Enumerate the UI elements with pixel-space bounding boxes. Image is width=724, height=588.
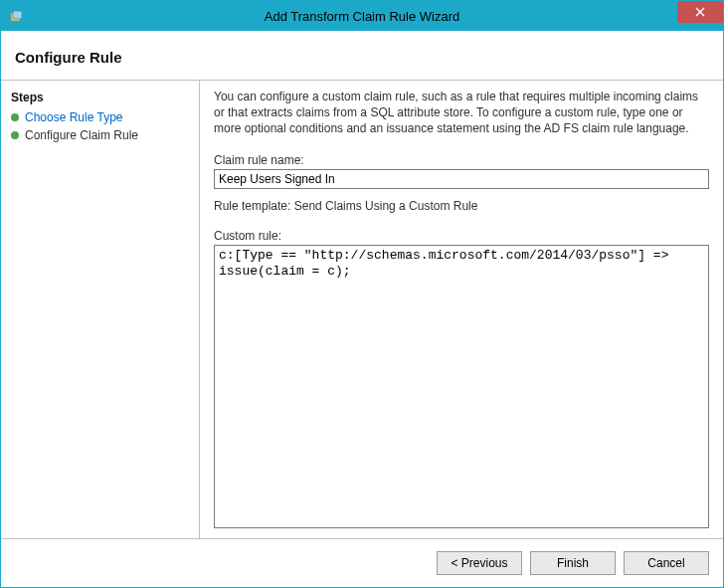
- svg-rect-1: [13, 11, 22, 19]
- steps-heading: Steps: [11, 87, 189, 108]
- steps-sidebar: Steps Choose Rule Type Configure Claim R…: [1, 81, 200, 538]
- window-title: Add Transform Claim Rule Wizard: [1, 9, 723, 24]
- wizard-body: Steps Choose Rule Type Configure Claim R…: [1, 81, 723, 538]
- rule-name-input[interactable]: [214, 169, 709, 189]
- step-choose-rule-type[interactable]: Choose Rule Type: [11, 108, 189, 126]
- main-panel: You can configure a custom claim rule, s…: [200, 81, 723, 538]
- step-label: Configure Claim Rule: [25, 128, 138, 142]
- step-label: Choose Rule Type: [25, 110, 123, 124]
- page-title: Configure Rule: [1, 31, 723, 81]
- close-button[interactable]: [677, 1, 723, 23]
- previous-button[interactable]: < Previous: [437, 551, 522, 575]
- rule-template-label: Rule template: Send Claims Using a Custo…: [214, 199, 709, 213]
- rule-name-label: Claim rule name:: [214, 153, 709, 167]
- custom-rule-textarea[interactable]: [214, 245, 709, 528]
- custom-rule-section: Custom rule:: [214, 223, 709, 528]
- description-text: You can configure a custom claim rule, s…: [214, 89, 709, 137]
- cancel-button[interactable]: Cancel: [624, 551, 709, 575]
- button-bar: < Previous Finish Cancel: [1, 538, 723, 587]
- wizard-window: Add Transform Claim Rule Wizard Configur…: [0, 0, 724, 588]
- step-bullet-icon: [11, 113, 19, 121]
- step-configure-claim-rule[interactable]: Configure Claim Rule: [11, 126, 189, 144]
- app-icon: [9, 8, 25, 24]
- custom-rule-label: Custom rule:: [214, 229, 709, 243]
- finish-button[interactable]: Finish: [530, 551, 616, 575]
- titlebar: Add Transform Claim Rule Wizard: [1, 1, 723, 31]
- step-bullet-icon: [11, 131, 19, 139]
